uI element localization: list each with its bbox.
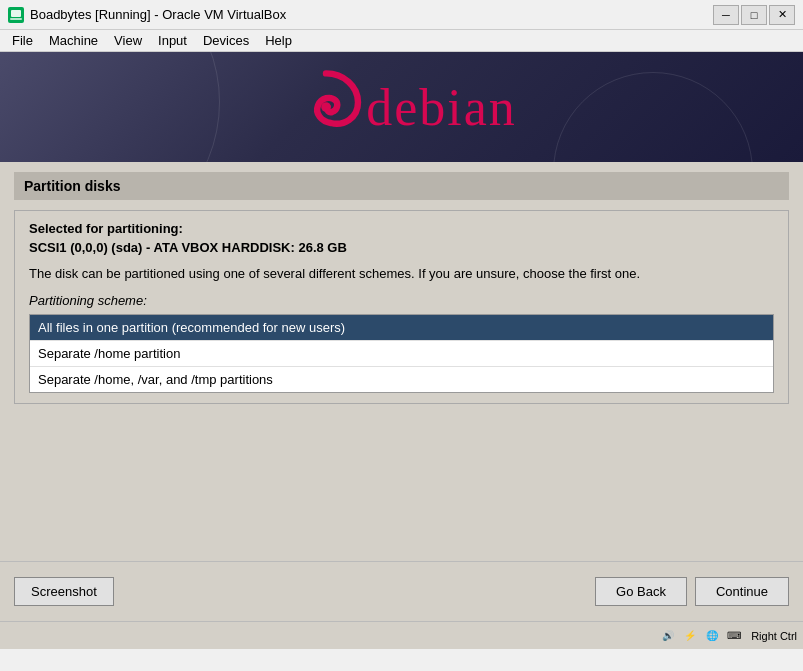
menu-item-file[interactable]: File [4,31,41,50]
continue-button[interactable]: Continue [695,577,789,606]
page-title-section: Partition disks [14,172,789,200]
main-content: Partition disks Selected for partitionin… [0,162,803,561]
debian-swirl-icon [286,67,366,147]
description-text: The disk can be partitioned using one of… [29,265,774,283]
title-bar-controls: ─ □ ✕ [713,5,795,25]
status-bar: 🔊 ⚡ 🌐 ⌨ Right Ctrl [0,621,803,649]
menu-item-machine[interactable]: Machine [41,31,106,50]
debian-logo-area: debian [286,67,517,147]
disk-info: SCSI1 (0,0,0) (sda) - ATA VBOX HARDDISK:… [29,240,774,255]
screenshot-button[interactable]: Screenshot [14,577,114,606]
selected-label: Selected for partitioning: [29,221,774,236]
svg-rect-2 [10,18,22,20]
debian-wordmark: debian [366,78,517,137]
usb-icon: ⚡ [681,627,699,645]
maximize-button[interactable]: □ [741,5,767,25]
partition-list: All files in one partition (recommended … [29,314,774,393]
bottom-right: Go Back Continue [595,577,789,606]
vbox-icon [8,7,24,23]
network-icon: 🌐 [703,627,721,645]
debian-header: debian [0,52,803,162]
page-title: Partition disks [24,178,120,194]
svg-rect-1 [11,10,21,17]
keyboard-icon: ⌨ [725,627,743,645]
partition-option-1[interactable]: Separate /home partition [30,341,773,367]
menu-item-help[interactable]: Help [257,31,300,50]
partition-option-0[interactable]: All files in one partition (recommended … [30,315,773,341]
bottom-bar: Screenshot Go Back Continue [0,561,803,621]
menu-item-view[interactable]: View [106,31,150,50]
menu-item-input[interactable]: Input [150,31,195,50]
window-title: Boadbytes [Running] - Oracle VM VirtualB… [30,7,286,22]
bottom-left: Screenshot [14,577,114,606]
menu-bar: FileMachineViewInputDevicesHelp [0,30,803,52]
scheme-label: Partitioning scheme: [29,293,774,308]
audio-icon: 🔊 [659,627,677,645]
title-bar-left: Boadbytes [Running] - Oracle VM VirtualB… [8,7,286,23]
content-box: Selected for partitioning: SCSI1 (0,0,0)… [14,210,789,404]
title-bar: Boadbytes [Running] - Oracle VM VirtualB… [0,0,803,30]
close-button[interactable]: ✕ [769,5,795,25]
go-back-button[interactable]: Go Back [595,577,687,606]
svg-point-4 [321,102,331,112]
partition-option-2[interactable]: Separate /home, /var, and /tmp partition… [30,367,773,392]
menu-item-devices[interactable]: Devices [195,31,257,50]
right-ctrl-label: Right Ctrl [751,630,797,642]
minimize-button[interactable]: ─ [713,5,739,25]
